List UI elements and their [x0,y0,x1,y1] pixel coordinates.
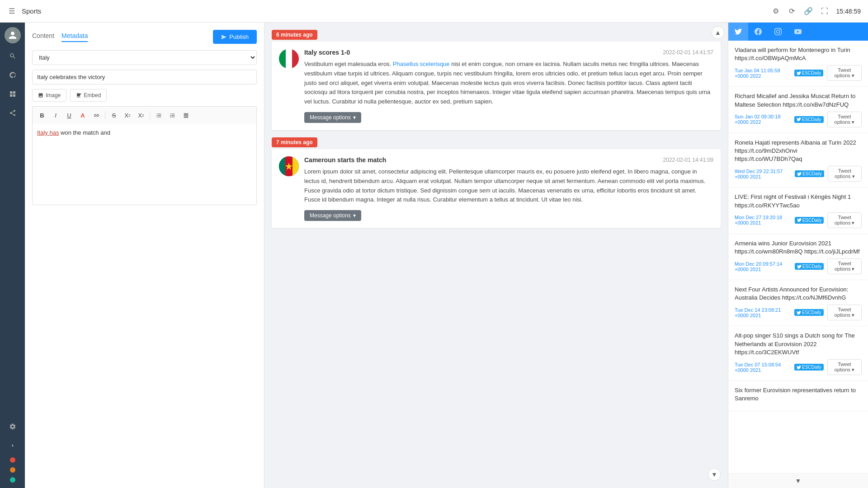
tab-metadata[interactable]: Metadata [61,32,88,42]
scroll-down-button[interactable]: ▼ [708,468,721,481]
strikethrough-button[interactable]: S [108,109,120,121]
menu-icon[interactable]: ☰ [7,7,16,16]
social-item-meta-3: Wed Dec 29 22:31:57 +0000 2021 ESCDaily … [735,166,862,182]
tweet-options-btn-5[interactable]: Tweet options ▾ [827,258,862,274]
category-select[interactable]: Italy Sports Football Eurovision [32,50,257,65]
social-tab-youtube[interactable] [788,23,808,41]
dot-orange[interactable] [10,467,15,473]
align-button[interactable] [180,109,192,121]
image-button[interactable]: Image [32,89,66,102]
social-item-meta-5: Mon Dec 20 09:57:14 +0000 2021 ESCDaily … [735,258,862,274]
unordered-list-button[interactable] [153,109,165,121]
social-item-date-3: Wed Dec 29 22:31:57 +0000 2021 [735,169,791,179]
escdaily-badge-5: ESCDaily [795,263,824,270]
refresh-icon[interactable]: ⟳ [788,7,797,16]
subscript-button[interactable]: X2 [135,109,147,121]
topbar-icons: ⚙ ⟳ 🔗 ⛶ 15:48:59 [771,7,861,16]
social-item-3: Ronela Hajati represents Albania at Turi… [728,133,868,188]
sidebar-item-arrow[interactable] [5,437,21,454]
sidebar-item-settings[interactable] [5,418,21,435]
escdaily-badge-7: ESCDaily [794,364,824,371]
social-item-1: Vladana will perform for Montenegro in T… [728,41,868,87]
feed-card-text-2: Lorem ipsum dolor sit amet, consectetur … [304,167,713,205]
social-item-date-5: Mon Dec 20 09:57:14 +0000 2021 [735,261,791,272]
title-input[interactable] [32,70,257,84]
time-badge-2: 7 minutes ago [272,137,317,147]
social-tab-facebook[interactable] [748,23,768,41]
sidebar-item-palette[interactable] [5,67,21,83]
social-item-meta-4: Mon Dec 27 19:20:18 +0000 2021 ESCDaily … [735,212,862,228]
tweet-options-btn-2[interactable]: Tweet options ▾ [827,112,862,127]
message-options-btn-1[interactable]: Message options ▾ [304,112,361,123]
social-item-text-3: Ronela Hajati represents Albania at Turi… [735,139,862,164]
topbar: ☰ Sports ⚙ ⟳ 🔗 ⛶ 15:48:59 [0,0,868,23]
sidebar-item-search[interactable] [5,48,21,64]
svg-rect-2 [292,156,299,176]
feed-card-body-2: Cameroun starts the match 2022-02-01 14:… [304,156,713,221]
social-tab-instagram[interactable] [768,23,788,41]
italic-button[interactable]: I [50,109,61,121]
settings-icon[interactable]: ⚙ [771,7,780,16]
underline-button[interactable]: U [63,109,75,121]
escdaily-badge-1: ESCDaily [794,70,824,76]
social-item-date-6: Tue Dec 14 23:08:21 +0000 2021 [735,307,791,318]
social-item-date-4: Mon Dec 27 19:20:18 +0000 2021 [735,215,791,225]
social-scroll-down[interactable]: ▼ [728,473,868,488]
feed-card-header-2: Cameroun starts the match 2022-02-01 14:… [304,156,713,164]
social-item-text-2: Richard Micallef and Jessika Muscat Retu… [735,92,862,108]
social-item-5: Armenia wins Junior Eurovision 2021 http… [728,234,868,280]
text-color-button[interactable]: A [77,109,89,121]
dot-teal[interactable] [10,477,15,483]
scroll-up-button[interactable]: ▲ [712,26,724,39]
tab-content[interactable]: Content [32,32,54,42]
feed-card-time-1: 2022-02-01 14:41:57 [663,49,713,56]
tweet-options-btn-6[interactable]: Tweet options ▾ [827,305,862,320]
social-item-meta-6: Tue Dec 14 23:08:21 +0000 2021 ESCDaily … [735,305,862,320]
time-badge-1: 6 minutes ago [272,30,317,40]
avatar[interactable] [5,27,21,43]
feed-card-2: 7 minutes ago Cameroun starts the match [272,137,721,228]
superscript-button[interactable]: X2 [122,109,133,121]
tweet-options-btn-3[interactable]: Tweet options ▾ [828,166,862,182]
feed-card-title-1: Italy scores 1-0 [304,49,350,56]
topbar-time: 15:48:59 [836,8,861,15]
social-item-meta-7: Tue Dec 07 15:08:54 +0000 2021 ESCDaily … [735,359,862,375]
embed-button[interactable]: Embed [70,89,107,102]
social-item-text-4: LIVE: First night of Festivali i Këngës … [735,193,862,209]
dot-red[interactable] [10,457,15,463]
tweet-options-btn-4[interactable]: Tweet options ▾ [827,212,862,228]
editor-header: Content Metadata Publish [32,30,257,44]
editor-toolbar: B I U A S X2 X2 [32,106,257,124]
ordered-list-button[interactable] [166,109,178,121]
social-item-meta-2: Sun Jan 02 09:30:18 +0000 2022 ESCDaily … [735,112,862,127]
sidebar-item-grid[interactable] [5,86,21,102]
bold-button[interactable]: B [36,109,48,121]
feed-card-link-1[interactable]: Phasellus scelerisque [393,61,450,67]
social-item-text-6: Next Four Artists Announced for Eurovisi… [735,286,862,302]
feed-card-text-1: Vestibulum eget malesuada eros. Phasellu… [304,60,713,107]
feed-card-header-1: Italy scores 1-0 2022-02-01 14:41:57 [304,49,713,56]
expand-icon[interactable]: ⛶ [820,7,829,16]
feed-card-title-2: Cameroun starts the match [304,156,386,164]
escdaily-badge-3: ESCDaily [795,170,824,177]
feed-card-content-1: Italy scores 1-0 2022-02-01 14:41:57 Ves… [272,42,721,130]
escdaily-badge-4: ESCDaily [795,217,824,224]
link-icon[interactable]: 🔗 [804,7,813,16]
social-feed: Vladana will perform for Montenegro in T… [728,41,868,473]
topbar-left: ☰ Sports [7,7,766,16]
message-options-btn-2[interactable]: Message options ▾ [304,210,361,221]
social-item-meta-1: Tue Jan 04 11:05:58 +0000 2022 ESCDaily … [735,65,862,81]
tweet-options-btn-1[interactable]: Tweet options ▾ [827,65,862,81]
social-tabs [728,23,868,41]
escdaily-badge-2: ESCDaily [794,116,824,123]
media-buttons: Image Embed [32,89,257,102]
tweet-options-btn-7[interactable]: Tweet options ▾ [827,359,862,375]
editor-body[interactable]: Italy has won the match and [32,124,257,205]
feed-card-body-1: Italy scores 1-0 2022-02-01 14:41:57 Ves… [304,49,713,123]
link-button[interactable] [90,109,102,121]
sidebar-item-share[interactable] [5,105,21,121]
social-tab-twitter[interactable] [728,23,748,41]
feed-card-content-2: Cameroun starts the match 2022-02-01 14:… [272,149,721,228]
italy-logo [279,49,299,69]
publish-button[interactable]: Publish [213,30,257,44]
